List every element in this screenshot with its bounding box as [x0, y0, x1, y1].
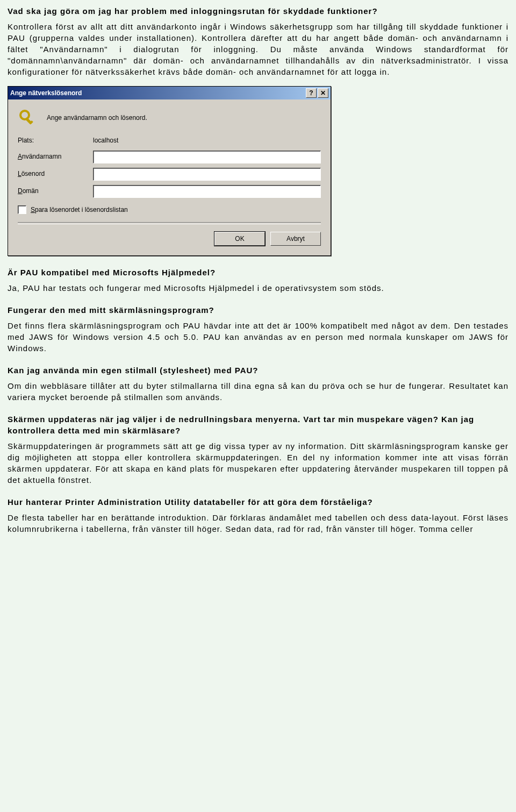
faq-heading: Hur hanterar Printer Administration Util… [8, 496, 508, 508]
faq-heading: Fungerar den med mitt skärmläsningsprogr… [8, 304, 508, 316]
dialog-title: Ange nätverkslösenord [10, 89, 305, 98]
plats-value: localhost [93, 135, 321, 146]
faq-paragraph: Ja, PAU har testats och fungerar med Mic… [8, 282, 508, 294]
faq-paragraph: Det finns flera skärmläsningsprogram och… [8, 320, 508, 354]
plats-label: Plats: [18, 136, 93, 145]
faq-heading: Vad ska jag göra om jag har problem med … [8, 5, 508, 17]
faq-heading: Kan jag använda min egen stilmall (style… [8, 365, 508, 376]
username-label: Användarnamn [18, 152, 93, 161]
separator [18, 222, 321, 224]
domain-input[interactable] [93, 185, 321, 198]
help-button[interactable]: ? [306, 88, 317, 98]
domain-label: Domän [18, 187, 93, 196]
username-input[interactable] [93, 151, 321, 163]
cancel-button[interactable]: Avbryt [270, 232, 321, 246]
faq-paragraph: Om din webbläsare tillåter att du byter … [8, 380, 508, 403]
faq-paragraph: De flesta tabeller har en berättande int… [8, 512, 508, 535]
save-password-checkbox[interactable] [18, 205, 26, 214]
ok-button[interactable]: OK [214, 232, 265, 246]
network-password-dialog: Ange nätverkslösenord ? ✕ Ange användarn… [8, 86, 331, 256]
password-label: Lösenord [18, 169, 93, 179]
save-password-label: Spara lösenordet i lösenordslistan [31, 205, 128, 215]
password-input[interactable] [93, 168, 321, 181]
faq-paragraph: Skärmuppdateringen är programmets sätt a… [8, 440, 508, 486]
close-button[interactable]: ✕ [318, 88, 328, 98]
faq-heading: Skärmen uppdateras när jag väljer i de n… [8, 414, 508, 436]
dialog-instruction: Ange användarnamn och lösenord. [47, 113, 147, 123]
dialog-titlebar: Ange nätverkslösenord ? ✕ [8, 87, 331, 99]
faq-paragraph: Kontrollera först av allt att ditt använ… [8, 21, 508, 77]
key-icon [18, 108, 37, 127]
dialog-body: Ange användarnamn och lösenord. Plats: l… [8, 99, 331, 255]
faq-heading: Är PAU kompatibel med Microsofts Hjälpme… [8, 267, 508, 278]
